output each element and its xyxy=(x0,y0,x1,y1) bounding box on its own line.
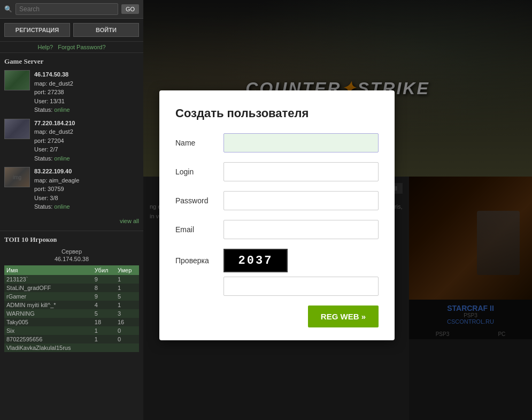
player-deaths: 3 xyxy=(115,309,139,318)
modal-title: Создать пользователя xyxy=(175,106,379,120)
table-row: 213123` 9 1 xyxy=(4,275,139,284)
email-row: Email xyxy=(175,220,379,239)
player-name: VladiKavkaZlakulal15rus xyxy=(4,343,92,352)
player-kills: 18 xyxy=(92,318,115,326)
server-port-2: port: 27204 xyxy=(34,136,75,146)
name-input[interactable] xyxy=(223,133,379,152)
server-item-1[interactable]: 46.174.50.38 map: de_dust2 port: 27238 U… xyxy=(4,70,139,114)
captcha-input[interactable] xyxy=(223,277,379,296)
captcha-input-row xyxy=(175,277,379,296)
main-content: COUNTER✦STRIKE view all ng elit. Sed ele… xyxy=(143,0,532,420)
server-port-3: port: 30759 xyxy=(34,185,79,194)
server-users-3: User: 3/8 xyxy=(34,194,79,203)
server-item-2[interactable]: 77.220.184.210 map: de_dust2 port: 27204… xyxy=(4,119,139,163)
login-label: Login xyxy=(175,167,223,176)
server-users-2: User: 2/7 xyxy=(34,145,75,154)
player-kills: 1 xyxy=(92,335,115,343)
captcha-section: Проверка 2037 xyxy=(175,249,379,296)
player-kills: 9 xyxy=(92,275,115,284)
table-row: WARNING 5 3 xyxy=(4,309,139,318)
auth-buttons: РЕГИСТРАЦИЯ ВОЙТИ xyxy=(0,19,143,42)
server-status-1: Status: online xyxy=(34,105,73,114)
server-ip-3: 83.222.109.40 xyxy=(34,167,79,176)
captcha-label: Проверка xyxy=(175,256,223,265)
search-icon: 🔍 xyxy=(4,5,12,13)
server-item-3[interactable]: img 83.222.109.40 map: aim_deagle port: … xyxy=(4,167,139,211)
top-players-section: ТОП 10 Игроков Сервер 46.174.50.38 Имя У… xyxy=(0,231,143,421)
modal-overlay: Создать пользователя Name Login Password… xyxy=(143,0,532,420)
register-submit-button[interactable]: REG WEB » xyxy=(308,306,379,327)
player-kills: 9 xyxy=(92,292,115,301)
player-deaths: 0 xyxy=(115,335,139,343)
top-players-server-ip: 46.174.50.38 xyxy=(4,256,139,262)
server-thumb-2 xyxy=(4,119,30,139)
player-name: rGamer xyxy=(4,292,92,301)
player-deaths: 16 xyxy=(115,318,139,326)
server-map-1: map: de_dust2 xyxy=(34,79,73,88)
email-label: Email xyxy=(175,225,223,234)
game-server-section: Game Server 46.174.50.38 map: de_dust2 p… xyxy=(0,53,143,231)
search-go-button[interactable]: GO xyxy=(121,4,139,14)
help-link[interactable]: Help? xyxy=(37,44,53,50)
server-status-2: Status: online xyxy=(34,154,75,163)
login-button[interactable]: ВОЙТИ xyxy=(73,23,139,37)
col-name: Имя xyxy=(4,265,92,275)
player-kills xyxy=(92,343,115,352)
view-all-servers[interactable]: view all xyxy=(4,216,139,226)
player-deaths xyxy=(115,343,139,352)
server-ip-1: 46.174.50.38 xyxy=(34,70,73,79)
password-label: Password xyxy=(175,196,223,205)
table-row: Taky005 18 16 xyxy=(4,318,139,326)
player-deaths: 5 xyxy=(115,292,139,301)
col-deaths: Умер xyxy=(115,265,139,275)
server-info-1: 46.174.50.38 map: de_dust2 port: 27238 U… xyxy=(34,70,73,114)
captcha-image: 2037 xyxy=(223,249,288,272)
register-button[interactable]: РЕГИСТРАЦИЯ xyxy=(4,23,70,37)
table-row: VladiKavkaZlakulal15rus xyxy=(4,343,139,352)
player-deaths: 1 xyxy=(115,301,139,309)
server-info-3: 83.222.109.40 map: aim_deagle port: 3075… xyxy=(34,167,79,211)
forgot-password-link[interactable]: Forgot Password? xyxy=(58,44,105,50)
email-input[interactable] xyxy=(223,220,379,239)
name-label: Name xyxy=(175,139,223,147)
server-map-3: map: aim_deagle xyxy=(34,176,79,185)
table-row: Six 1 0 xyxy=(4,326,139,335)
login-row: Login xyxy=(175,162,379,181)
server-status-3: Status: online xyxy=(34,202,79,211)
table-row: ADMIN myiti kill^_* 4 1 xyxy=(4,301,139,309)
table-row: StaLiN_gradOFF 8 1 xyxy=(4,284,139,292)
player-name: ADMIN myiti kill^_* xyxy=(4,301,92,309)
registration-modal: Создать пользователя Name Login Password… xyxy=(159,90,395,340)
player-name: 213123` xyxy=(4,275,92,284)
server-thumb-3: img xyxy=(4,167,30,187)
help-links: Help? Forgot Password? xyxy=(0,42,143,53)
captcha-row: Проверка 2037 xyxy=(175,249,379,272)
server-users-1: User: 13/31 xyxy=(34,97,73,106)
password-input[interactable] xyxy=(223,191,379,210)
player-name: Six xyxy=(4,326,92,335)
player-deaths: 0 xyxy=(115,326,139,335)
players-table-header: Имя Убил Умер xyxy=(4,265,139,275)
player-kills: 1 xyxy=(92,326,115,335)
table-row: 87022595656 1 0 xyxy=(4,335,139,343)
server-thumb-1 xyxy=(4,70,30,90)
server-info-2: 77.220.184.210 map: de_dust2 port: 27204… xyxy=(34,119,75,163)
player-kills: 5 xyxy=(92,309,115,318)
players-table: Имя Убил Умер 213123` 9 1 StaLiN_gradOFF… xyxy=(4,265,139,352)
sidebar: 🔍 GO РЕГИСТРАЦИЯ ВОЙТИ Help? Forgot Pass… xyxy=(0,0,143,420)
player-deaths: 1 xyxy=(115,275,139,284)
server-map-2: map: de_dust2 xyxy=(34,127,75,136)
login-input[interactable] xyxy=(223,162,379,181)
player-deaths: 1 xyxy=(115,284,139,292)
search-input[interactable] xyxy=(16,3,118,15)
player-kills: 8 xyxy=(92,284,115,292)
game-server-title: Game Server xyxy=(4,57,139,66)
player-name: StaLiN_gradOFF xyxy=(4,284,92,292)
top-players-title: ТОП 10 Игроков xyxy=(4,235,139,244)
server-ip-2: 77.220.184.210 xyxy=(34,119,75,128)
server-port-1: port: 27238 xyxy=(34,88,73,97)
table-row: rGamer 9 5 xyxy=(4,292,139,301)
search-bar: 🔍 GO xyxy=(0,0,143,19)
top-players-server-label: Сервер xyxy=(4,248,139,255)
player-name: WARNING xyxy=(4,309,92,318)
